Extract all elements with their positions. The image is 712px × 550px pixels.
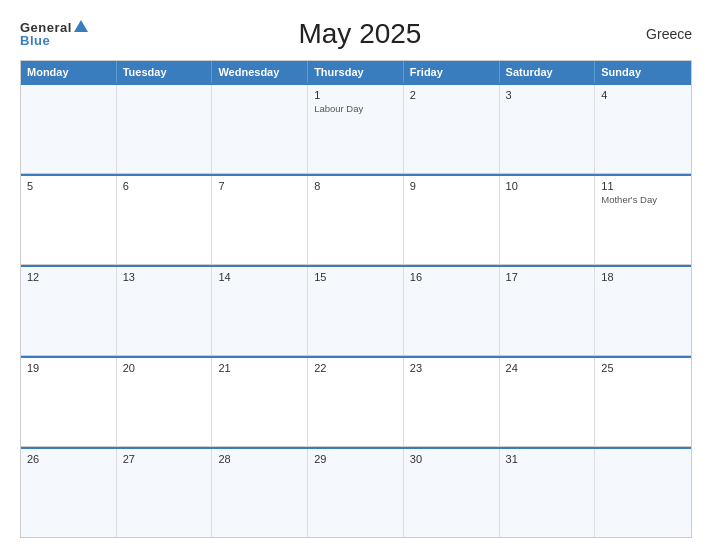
calendar-week: 19202122232425	[21, 356, 691, 447]
cell-day-number: 20	[123, 362, 206, 374]
cell-day-number: 13	[123, 271, 206, 283]
calendar-cell: 29	[308, 449, 404, 537]
calendar-cell: 22	[308, 358, 404, 446]
calendar-cell: 30	[404, 449, 500, 537]
logo-blue-text: Blue	[20, 34, 50, 47]
calendar-cell: 26	[21, 449, 117, 537]
calendar-cell	[595, 449, 691, 537]
calendar-header-cell: Monday	[21, 61, 117, 83]
calendar-cell: 18	[595, 267, 691, 355]
calendar-cell: 1Labour Day	[308, 85, 404, 173]
cell-day-number: 26	[27, 453, 110, 465]
cell-day-number: 9	[410, 180, 493, 192]
calendar-week: 567891011Mother's Day	[21, 174, 691, 265]
cell-day-number: 23	[410, 362, 493, 374]
calendar-cell: 14	[212, 267, 308, 355]
calendar-header-cell: Wednesday	[212, 61, 308, 83]
calendar-header-cell: Saturday	[500, 61, 596, 83]
cell-day-number: 7	[218, 180, 301, 192]
cell-day-number: 29	[314, 453, 397, 465]
calendar-cell: 21	[212, 358, 308, 446]
calendar-cell: 17	[500, 267, 596, 355]
cell-day-number: 12	[27, 271, 110, 283]
cell-day-number: 8	[314, 180, 397, 192]
logo: General Blue	[20, 21, 88, 47]
cell-day-number: 10	[506, 180, 589, 192]
calendar-cell: 20	[117, 358, 213, 446]
calendar-cell: 6	[117, 176, 213, 264]
cell-day-number: 11	[601, 180, 685, 192]
calendar-cell: 28	[212, 449, 308, 537]
cell-event-label: Labour Day	[314, 103, 397, 114]
cell-day-number: 4	[601, 89, 685, 101]
cell-day-number: 24	[506, 362, 589, 374]
calendar-cell: 9	[404, 176, 500, 264]
cell-day-number: 14	[218, 271, 301, 283]
calendar-cell: 10	[500, 176, 596, 264]
calendar-header-cell: Tuesday	[117, 61, 213, 83]
calendar-header-cell: Sunday	[595, 61, 691, 83]
cell-day-number: 25	[601, 362, 685, 374]
calendar-cell: 13	[117, 267, 213, 355]
cell-day-number: 1	[314, 89, 397, 101]
calendar-cell	[117, 85, 213, 173]
cell-day-number: 27	[123, 453, 206, 465]
calendar-cell: 25	[595, 358, 691, 446]
calendar-week: 12131415161718	[21, 265, 691, 356]
calendar-cell: 3	[500, 85, 596, 173]
calendar-cell: 24	[500, 358, 596, 446]
calendar-cell	[212, 85, 308, 173]
calendar-cell: 5	[21, 176, 117, 264]
calendar-cell: 15	[308, 267, 404, 355]
calendar-cell: 11Mother's Day	[595, 176, 691, 264]
cell-day-number: 5	[27, 180, 110, 192]
cell-day-number: 19	[27, 362, 110, 374]
cell-event-label: Mother's Day	[601, 194, 685, 205]
calendar-week: 1Labour Day234	[21, 83, 691, 174]
cell-day-number: 21	[218, 362, 301, 374]
calendar-header-cell: Thursday	[308, 61, 404, 83]
calendar-week: 262728293031	[21, 447, 691, 537]
cell-day-number: 17	[506, 271, 589, 283]
cell-day-number: 30	[410, 453, 493, 465]
cell-day-number: 6	[123, 180, 206, 192]
cell-day-number: 2	[410, 89, 493, 101]
calendar-cell: 27	[117, 449, 213, 537]
cell-day-number: 15	[314, 271, 397, 283]
page: General Blue May 2025 Greece MondayTuesd…	[0, 0, 712, 550]
cell-day-number: 3	[506, 89, 589, 101]
cell-day-number: 28	[218, 453, 301, 465]
cell-day-number: 22	[314, 362, 397, 374]
calendar-cell: 8	[308, 176, 404, 264]
calendar-title: May 2025	[88, 18, 632, 50]
header: General Blue May 2025 Greece	[20, 18, 692, 50]
calendar-cell: 4	[595, 85, 691, 173]
calendar-cell	[21, 85, 117, 173]
cell-day-number: 31	[506, 453, 589, 465]
calendar-cell: 7	[212, 176, 308, 264]
calendar-header-row: MondayTuesdayWednesdayThursdayFridaySatu…	[21, 61, 691, 83]
calendar-cell: 23	[404, 358, 500, 446]
calendar-cell: 31	[500, 449, 596, 537]
logo-triangle-icon	[74, 20, 88, 32]
calendar-cell: 16	[404, 267, 500, 355]
calendar-cell: 12	[21, 267, 117, 355]
cell-day-number: 18	[601, 271, 685, 283]
country-label: Greece	[632, 26, 692, 42]
calendar-cell: 2	[404, 85, 500, 173]
calendar-body: 1Labour Day234567891011Mother's Day12131…	[21, 83, 691, 537]
cell-day-number: 16	[410, 271, 493, 283]
calendar: MondayTuesdayWednesdayThursdayFridaySatu…	[20, 60, 692, 538]
calendar-header-cell: Friday	[404, 61, 500, 83]
calendar-cell: 19	[21, 358, 117, 446]
